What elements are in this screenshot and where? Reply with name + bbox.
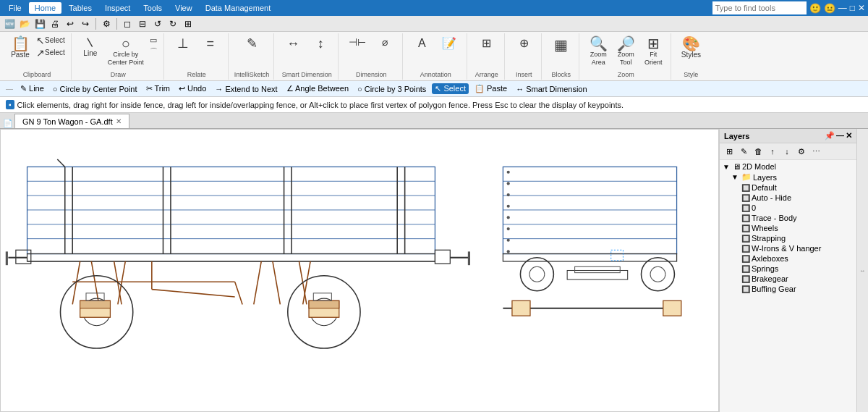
tree-item-2dmodel[interactable]: ▼ 🖥 2D Model xyxy=(721,161,855,172)
annot-btn2[interactable]: 📝 xyxy=(436,35,462,51)
mode-angle[interactable]: ∠ Angle Between xyxy=(284,83,352,94)
draw-rect-button[interactable]: ▭ xyxy=(148,35,159,46)
annotation-label: Annotation xyxy=(420,70,451,78)
tree-item-trace-body[interactable]: 🔲 Trace - Body xyxy=(721,213,855,223)
qa-print[interactable]: 🖨 xyxy=(48,17,61,30)
qa-extra3[interactable]: ↺ xyxy=(151,17,164,30)
mode-select[interactable]: ↖ Select xyxy=(432,83,469,94)
select2-button[interactable]: ↗ Select xyxy=(35,47,67,59)
insert-btn1[interactable]: ⊕ xyxy=(511,35,537,51)
mode-paste[interactable]: 📋 Paste xyxy=(472,83,510,94)
tree-item-strapping[interactable]: 🔲 Strapping xyxy=(721,233,855,243)
layers-pin-icon[interactable]: 📌 xyxy=(825,131,835,140)
menu-data-management[interactable]: Data Management xyxy=(200,2,277,14)
drawing-canvas[interactable] xyxy=(0,129,719,412)
ribbon-group-relate: ⊥ = Relate xyxy=(166,33,229,80)
tree-item-wheels[interactable]: 🔲 Wheels xyxy=(721,223,855,233)
layers-close-icon[interactable]: ✕ xyxy=(846,131,852,140)
tree-item-springs[interactable]: 🔲 Springs xyxy=(721,264,855,274)
qa-extra1[interactable]: ◻ xyxy=(121,17,134,30)
tree-item-brakegear[interactable]: 🔲 Brakegear xyxy=(721,274,855,284)
qa-extra4[interactable]: ↻ xyxy=(166,17,179,30)
smart-dim-btn[interactable]: ↔ xyxy=(280,35,306,54)
tree-item-zero[interactable]: 🔲 0 xyxy=(721,203,855,213)
restore-icon[interactable]: □ xyxy=(850,3,855,13)
fit-button[interactable]: ⊞ Fit Orient xyxy=(640,35,666,68)
circle-button[interactable]: ○ Circle by Center Point xyxy=(105,35,147,68)
qa-redo[interactable]: ↪ xyxy=(79,17,92,30)
smart-dim-btn2[interactable]: ↕ xyxy=(307,35,333,54)
style-buttons: 🎨 Styles xyxy=(678,35,704,68)
tree-item-buffing-gear[interactable]: 🔲 Buffing Gear xyxy=(721,284,855,294)
mode-undo[interactable]: ↩ Undo xyxy=(176,83,209,94)
menu-view[interactable]: View xyxy=(169,2,198,14)
relate-connect[interactable]: ⊥ xyxy=(170,35,196,54)
menu-tools[interactable]: Tools xyxy=(137,2,168,14)
svg-rect-67 xyxy=(575,266,621,272)
selection-mode-bar: — ✎ Line ○ Circle by Center Point ✂ Trim… xyxy=(0,81,868,97)
qa-settings[interactable]: ⚙ xyxy=(100,17,113,30)
mode-line[interactable]: ✎ Line xyxy=(17,83,47,94)
dim-btn2[interactable]: ⌀ xyxy=(372,35,398,50)
zoom-tool-button[interactable]: 🔎 Zoom Tool xyxy=(613,35,639,68)
mode-smart-dim[interactable]: ↔ Smart Dimension xyxy=(513,84,590,94)
tab-close-button[interactable]: ✕ xyxy=(116,117,122,125)
mode-extend[interactable]: → Extend to Next xyxy=(212,84,280,94)
arrange-btn1[interactable]: ⊞ xyxy=(474,35,500,51)
select-label: Select xyxy=(45,36,65,45)
zoom-area-button[interactable]: 🔍 Zoom Area xyxy=(585,35,611,68)
menu-home[interactable]: Home xyxy=(29,2,61,14)
tree-item-layers-folder[interactable]: ▼ 📁 Layers xyxy=(721,172,855,182)
tree-item-wirons[interactable]: 🔲 W-Irons & V hanger xyxy=(721,243,855,253)
qa-undo[interactable]: ↩ xyxy=(64,17,77,30)
layers-tool-5[interactable]: ↓ xyxy=(780,145,793,158)
menu-tables[interactable]: Tables xyxy=(63,2,98,14)
dim-btn1[interactable]: ⊣⊢ xyxy=(344,35,370,50)
search-input[interactable] xyxy=(712,1,807,14)
qa-open[interactable]: 📂 xyxy=(18,17,31,30)
layers-tree: ▼ 🖥 2D Model ▼ 📁 Layers 🔲 Default 🔲 Auto… xyxy=(720,160,856,412)
qa-extra5[interactable]: ⊞ xyxy=(182,17,195,30)
mode-trim[interactable]: ✂ Trim xyxy=(143,83,173,94)
qa-extra2[interactable]: ⊟ xyxy=(136,17,149,30)
tree-item-auto-hide[interactable]: 🔲 Auto - Hide xyxy=(721,193,855,203)
svg-line-29 xyxy=(152,290,235,297)
intellisketch-btn[interactable]: ✎ xyxy=(239,35,265,54)
layers-tool-6[interactable]: ⚙ xyxy=(795,145,808,158)
smart-dim-icon: ↔ xyxy=(286,36,299,52)
layers-minimize-icon[interactable]: — xyxy=(836,131,844,140)
clipboard-buttons: 📋 Paste ↖ Select ↗ Select xyxy=(7,35,67,68)
styles-button[interactable]: 🎨 Styles xyxy=(678,35,704,61)
menu-inspect[interactable]: Inspect xyxy=(99,2,136,14)
qa-new[interactable]: 🆕 xyxy=(3,17,16,30)
ribbon-group-annotation: A 📝 Annotation xyxy=(404,33,467,80)
ribbon-group-intellisketch: ✎ IntelliSketch xyxy=(230,33,275,80)
layers-tool-2[interactable]: ✎ xyxy=(737,145,750,158)
layers-tool-4[interactable]: ↑ xyxy=(766,145,779,158)
layers-tool-3[interactable]: 🗑 xyxy=(752,145,765,158)
select-button[interactable]: ↖ Select xyxy=(35,35,67,46)
svg-point-62 xyxy=(520,258,553,291)
blocks-buttons: ▦ xyxy=(548,35,574,68)
relate-parallel[interactable]: = xyxy=(197,35,224,54)
minimize-icon[interactable]: — xyxy=(838,3,847,13)
block-btn1[interactable]: ▦ xyxy=(548,35,574,55)
zoom-tool-label: Zoom Tool xyxy=(618,51,634,67)
paste-button[interactable]: 📋 Paste xyxy=(7,35,33,61)
annot-btn1[interactable]: A xyxy=(409,35,435,51)
select2-icon: ↗ xyxy=(36,48,45,58)
annot-icon1: A xyxy=(418,36,426,50)
svg-point-64 xyxy=(641,258,674,291)
tree-item-default[interactable]: 🔲 Default xyxy=(721,182,855,193)
line-button[interactable]: / Line xyxy=(77,35,103,59)
mode-circle-3pts[interactable]: ○ Circle by 3 Points xyxy=(354,84,429,94)
draw-arc-button[interactable]: ⌒ xyxy=(148,46,159,57)
document-tab[interactable]: GN 9 Ton Wagon - GA.dft ✕ xyxy=(14,114,129,128)
tree-item-axleboxes[interactable]: 🔲 Axleboxes xyxy=(721,253,855,264)
menu-file[interactable]: File xyxy=(3,2,27,14)
mode-circle-center[interactable]: ○ Circle by Center Point xyxy=(50,84,140,94)
layers-tool-1[interactable]: ⊞ xyxy=(723,145,736,158)
close-icon[interactable]: ✕ xyxy=(858,3,865,13)
qa-save[interactable]: 💾 xyxy=(33,17,46,30)
layers-tool-more[interactable]: ⋯ xyxy=(809,145,822,158)
